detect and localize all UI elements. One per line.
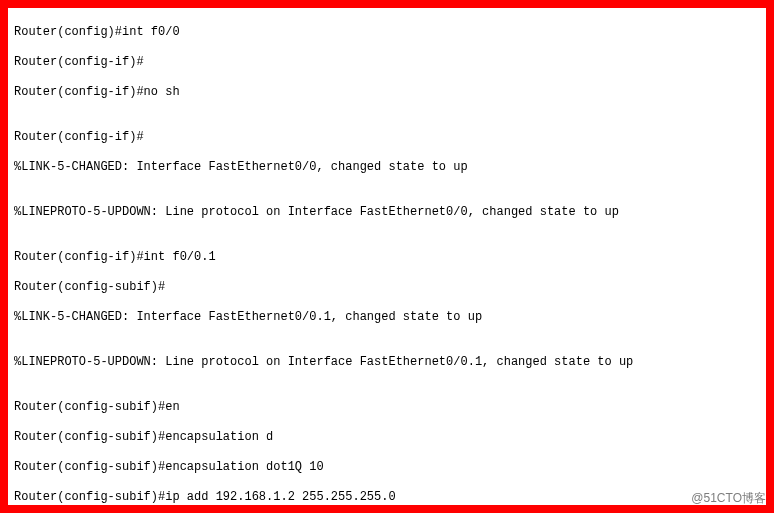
terminal-line: %LINEPROTO-5-UPDOWN: Line protocol on In… [14, 205, 760, 220]
terminal-line: Router(config-subif)#encapsulation d [14, 430, 760, 445]
terminal-line: Router(config)#int f0/0 [14, 25, 760, 40]
terminal-line: Router(config-if)# [14, 55, 760, 70]
terminal-line: Router(config-if)#no sh [14, 85, 760, 100]
terminal-line: Router(config-if)# [14, 130, 760, 145]
terminal-line: %LINK-5-CHANGED: Interface FastEthernet0… [14, 310, 760, 325]
terminal-line: Router(config-subif)#en [14, 400, 760, 415]
terminal-line: %LINEPROTO-5-UPDOWN: Line protocol on In… [14, 355, 760, 370]
terminal-line: Router(config-subif)# [14, 280, 760, 295]
terminal-line: Router(config-subif)#encapsulation dot1Q… [14, 460, 760, 475]
terminal-line: Router(config-if)#int f0/0.1 [14, 250, 760, 265]
terminal-line: Router(config-subif)#ip add 192.168.1.2 … [14, 490, 760, 505]
watermark-text: @51CTO博客 [691, 490, 766, 507]
terminal-line: %LINK-5-CHANGED: Interface FastEthernet0… [14, 160, 760, 175]
terminal-output: Router(config)#int f0/0 Router(config-if… [8, 8, 766, 505]
